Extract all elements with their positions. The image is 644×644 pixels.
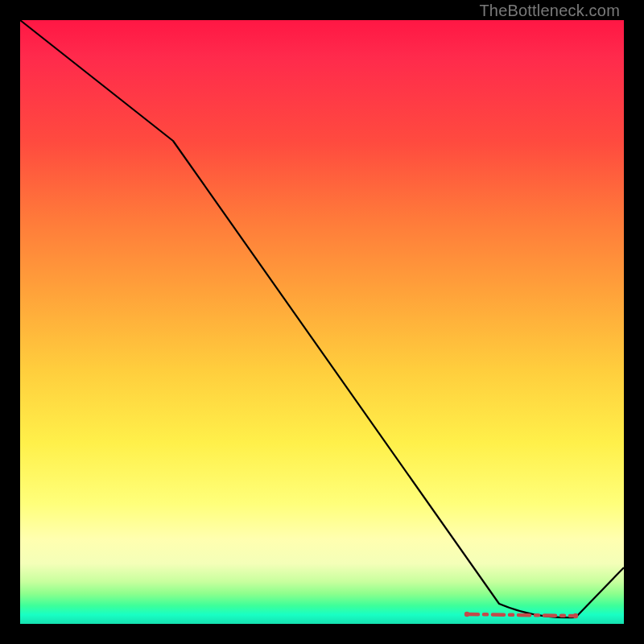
chart-svg [20,20,624,624]
bottleneck-curve [20,20,624,617]
optimal-zone-marker [467,614,576,616]
optimal-zone-end-dot [573,613,578,618]
attribution-text: TheBottleneck.com [479,2,620,20]
chart-frame [20,20,624,624]
optimal-zone-start-dot [464,612,469,617]
